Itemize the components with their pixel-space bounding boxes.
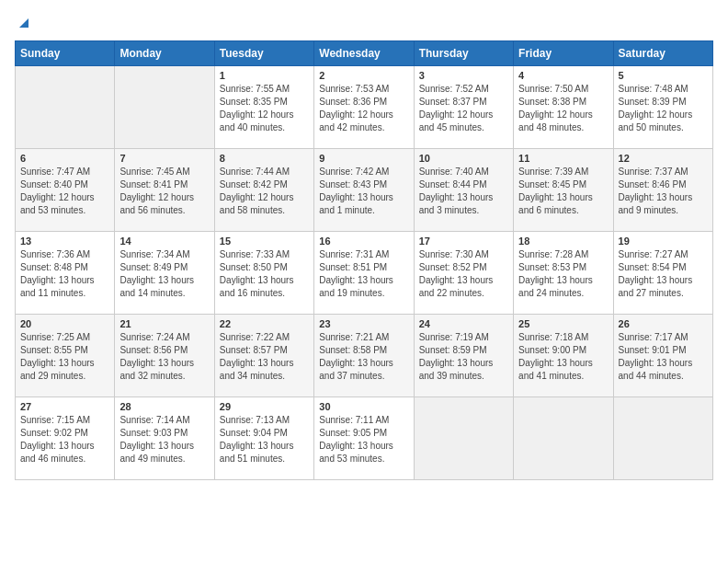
calendar-cell: 20Sunrise: 7:25 AMSunset: 8:55 PMDayligh… <box>16 315 115 397</box>
day-number: 2 <box>319 70 408 81</box>
day-info: Sunrise: 7:19 AMSunset: 8:59 PMDaylight:… <box>419 331 508 383</box>
day-number: 3 <box>419 70 508 81</box>
weekday-header-row: SundayMondayTuesdayWednesdayThursdayFrid… <box>16 41 713 66</box>
day-info: Sunrise: 7:18 AMSunset: 9:00 PMDaylight:… <box>518 331 608 383</box>
day-number: 10 <box>419 153 508 164</box>
day-number: 14 <box>119 236 209 247</box>
day-info: Sunrise: 7:47 AMSunset: 8:40 PMDaylight:… <box>20 166 109 217</box>
weekday-header-thursday: Thursday <box>414 41 513 66</box>
day-info: Sunrise: 7:14 AMSunset: 9:03 PMDaylight:… <box>119 414 209 465</box>
calendar-cell: 11Sunrise: 7:39 AMSunset: 8:45 PMDayligh… <box>514 149 613 232</box>
calendar-cell: 15Sunrise: 7:33 AMSunset: 8:50 PMDayligh… <box>214 232 313 315</box>
calendar-cell <box>613 397 712 480</box>
day-number: 8 <box>220 153 309 164</box>
day-number: 21 <box>119 318 209 329</box>
day-info: Sunrise: 7:33 AMSunset: 8:50 PMDaylight:… <box>220 248 309 300</box>
calendar-week-row: 13Sunrise: 7:36 AMSunset: 8:48 PMDayligh… <box>16 232 713 315</box>
day-number: 27 <box>20 401 109 412</box>
logo <box>15 15 30 29</box>
calendar-cell: 12Sunrise: 7:37 AMSunset: 8:46 PMDayligh… <box>613 149 712 232</box>
day-info: Sunrise: 7:17 AMSunset: 9:01 PMDaylight:… <box>619 331 708 383</box>
calendar-cell: 9Sunrise: 7:42 AMSunset: 8:43 PMDaylight… <box>314 149 414 232</box>
day-info: Sunrise: 7:15 AMSunset: 9:02 PMDaylight:… <box>20 414 109 465</box>
calendar-cell: 16Sunrise: 7:31 AMSunset: 8:51 PMDayligh… <box>314 232 414 315</box>
day-number: 23 <box>319 318 408 329</box>
day-info: Sunrise: 7:21 AMSunset: 8:58 PMDaylight:… <box>319 331 408 383</box>
day-number: 19 <box>619 236 708 247</box>
calendar-cell: 23Sunrise: 7:21 AMSunset: 8:58 PMDayligh… <box>314 315 414 397</box>
day-number: 30 <box>319 401 408 412</box>
day-info: Sunrise: 7:36 AMSunset: 8:48 PMDaylight:… <box>20 248 109 300</box>
calendar-header: SundayMondayTuesdayWednesdayThursdayFrid… <box>16 41 713 66</box>
calendar-cell: 28Sunrise: 7:14 AMSunset: 9:03 PMDayligh… <box>115 397 214 480</box>
day-info: Sunrise: 7:52 AMSunset: 8:37 PMDaylight:… <box>419 83 508 134</box>
calendar-cell <box>414 397 513 480</box>
day-info: Sunrise: 7:40 AMSunset: 8:44 PMDaylight:… <box>419 166 508 217</box>
day-number: 22 <box>220 318 309 329</box>
day-info: Sunrise: 7:28 AMSunset: 8:53 PMDaylight:… <box>518 248 608 300</box>
logo-triangle-icon <box>16 15 30 29</box>
day-number: 13 <box>20 236 109 247</box>
day-number: 24 <box>419 318 508 329</box>
day-info: Sunrise: 7:48 AMSunset: 8:39 PMDaylight:… <box>619 83 708 134</box>
calendar-cell: 10Sunrise: 7:40 AMSunset: 8:44 PMDayligh… <box>414 149 513 232</box>
day-number: 29 <box>220 401 309 412</box>
day-info: Sunrise: 7:39 AMSunset: 8:45 PMDaylight:… <box>518 166 608 217</box>
weekday-header-tuesday: Tuesday <box>214 41 313 66</box>
day-number: 18 <box>518 236 608 247</box>
calendar-cell <box>16 66 115 149</box>
weekday-header-monday: Monday <box>115 41 214 66</box>
calendar-cell: 3Sunrise: 7:52 AMSunset: 8:37 PMDaylight… <box>414 66 513 149</box>
day-number: 4 <box>518 70 608 81</box>
calendar-cell: 27Sunrise: 7:15 AMSunset: 9:02 PMDayligh… <box>16 397 115 480</box>
day-number: 5 <box>619 70 708 81</box>
day-info: Sunrise: 7:31 AMSunset: 8:51 PMDaylight:… <box>319 248 408 300</box>
day-number: 6 <box>20 153 109 164</box>
day-number: 15 <box>220 236 309 247</box>
day-info: Sunrise: 7:55 AMSunset: 8:35 PMDaylight:… <box>220 83 309 134</box>
calendar-cell <box>514 397 613 480</box>
day-info: Sunrise: 7:30 AMSunset: 8:52 PMDaylight:… <box>419 248 508 300</box>
calendar-cell: 24Sunrise: 7:19 AMSunset: 8:59 PMDayligh… <box>414 315 513 397</box>
day-info: Sunrise: 7:13 AMSunset: 9:04 PMDaylight:… <box>220 414 309 465</box>
calendar-week-row: 20Sunrise: 7:25 AMSunset: 8:55 PMDayligh… <box>16 315 713 397</box>
day-info: Sunrise: 7:53 AMSunset: 8:36 PMDaylight:… <box>319 83 408 134</box>
page-header <box>15 15 713 29</box>
day-number: 9 <box>319 153 408 164</box>
calendar-cell: 29Sunrise: 7:13 AMSunset: 9:04 PMDayligh… <box>214 397 313 480</box>
day-number: 26 <box>619 318 708 329</box>
day-info: Sunrise: 7:44 AMSunset: 8:42 PMDaylight:… <box>220 166 309 217</box>
calendar-body: 1Sunrise: 7:55 AMSunset: 8:35 PMDaylight… <box>16 66 713 480</box>
calendar-cell: 8Sunrise: 7:44 AMSunset: 8:42 PMDaylight… <box>214 149 313 232</box>
day-info: Sunrise: 7:11 AMSunset: 9:05 PMDaylight:… <box>319 414 408 465</box>
day-number: 20 <box>20 318 109 329</box>
day-info: Sunrise: 7:24 AMSunset: 8:56 PMDaylight:… <box>119 331 209 383</box>
calendar-cell: 26Sunrise: 7:17 AMSunset: 9:01 PMDayligh… <box>613 315 712 397</box>
day-number: 28 <box>119 401 209 412</box>
day-number: 1 <box>220 70 309 81</box>
calendar-cell: 25Sunrise: 7:18 AMSunset: 9:00 PMDayligh… <box>514 315 613 397</box>
day-info: Sunrise: 7:34 AMSunset: 8:49 PMDaylight:… <box>119 248 209 300</box>
day-info: Sunrise: 7:37 AMSunset: 8:46 PMDaylight:… <box>619 166 708 217</box>
calendar-cell: 13Sunrise: 7:36 AMSunset: 8:48 PMDayligh… <box>16 232 115 315</box>
day-number: 11 <box>518 153 608 164</box>
day-info: Sunrise: 7:45 AMSunset: 8:41 PMDaylight:… <box>119 166 209 217</box>
calendar-cell: 7Sunrise: 7:45 AMSunset: 8:41 PMDaylight… <box>115 149 214 232</box>
calendar-cell: 19Sunrise: 7:27 AMSunset: 8:54 PMDayligh… <box>613 232 712 315</box>
weekday-header-wednesday: Wednesday <box>314 41 414 66</box>
day-info: Sunrise: 7:25 AMSunset: 8:55 PMDaylight:… <box>20 331 109 383</box>
day-info: Sunrise: 7:22 AMSunset: 8:57 PMDaylight:… <box>220 331 309 383</box>
day-info: Sunrise: 7:27 AMSunset: 8:54 PMDaylight:… <box>619 248 708 300</box>
day-info: Sunrise: 7:50 AMSunset: 8:38 PMDaylight:… <box>518 83 608 134</box>
weekday-header-sunday: Sunday <box>16 41 115 66</box>
calendar-cell: 18Sunrise: 7:28 AMSunset: 8:53 PMDayligh… <box>514 232 613 315</box>
day-info: Sunrise: 7:42 AMSunset: 8:43 PMDaylight:… <box>319 166 408 217</box>
calendar-table: SundayMondayTuesdayWednesdayThursdayFrid… <box>15 40 713 480</box>
calendar-cell: 30Sunrise: 7:11 AMSunset: 9:05 PMDayligh… <box>314 397 414 480</box>
calendar-week-row: 1Sunrise: 7:55 AMSunset: 8:35 PMDaylight… <box>16 66 713 149</box>
calendar-cell: 2Sunrise: 7:53 AMSunset: 8:36 PMDaylight… <box>314 66 414 149</box>
calendar-cell: 21Sunrise: 7:24 AMSunset: 8:56 PMDayligh… <box>115 315 214 397</box>
calendar-cell: 17Sunrise: 7:30 AMSunset: 8:52 PMDayligh… <box>414 232 513 315</box>
day-number: 16 <box>319 236 408 247</box>
calendar-cell <box>115 66 214 149</box>
